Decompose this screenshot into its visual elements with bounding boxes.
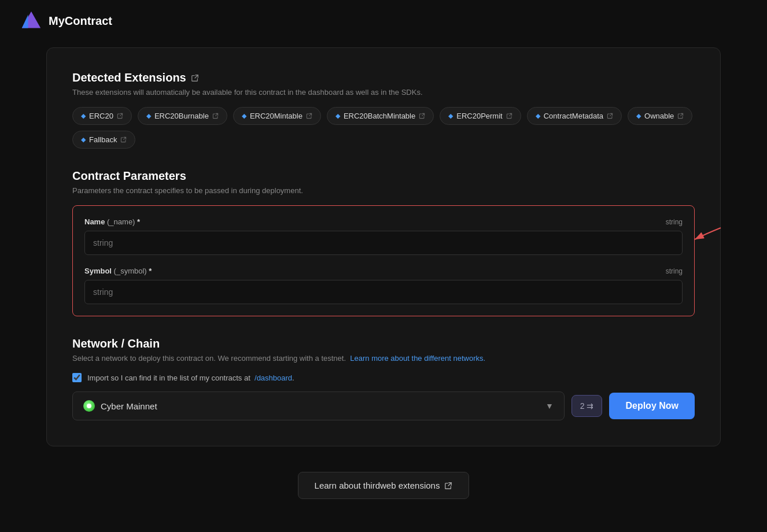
extension-label: ERC20 [89,112,113,120]
external-link-icon [607,113,613,119]
extension-badge[interactable]: ◆ ERC20Mintable [233,107,321,125]
contract-parameters-section: Contract Parameters Parameters the contr… [72,169,695,316]
chevron-down-icon: ▼ [545,401,554,411]
deploy-now-button[interactable]: Deploy Now [609,393,695,419]
parameters-box: Name (_name) * string Symbol (_symbol) *… [72,205,695,316]
learn-extensions-button[interactable]: Learn about thirdweb extensions [298,472,470,499]
network-title: Network / Chain [72,337,695,350]
external-link-icon [677,113,684,119]
extensions-subtitle: These extensions will automatically be a… [72,88,695,97]
external-link-icon [117,113,123,119]
symbol-type: string [666,267,683,275]
parameters-title: Contract Parameters [72,169,695,183]
extension-label: ERC20BatchMintable [344,112,415,120]
diamond-icon: ◆ [146,112,151,120]
extensions-title: Detected Extensions [72,71,695,84]
extension-badge[interactable]: ◆ Ownable [628,107,692,125]
step-badge: 2 ⇉ [571,395,603,417]
name-type: string [666,218,683,226]
symbol-param-name: (_symbol) [114,267,147,275]
network-subtitle: Select a network to deploy this contract… [72,354,695,363]
import-checkbox[interactable] [72,373,82,382]
app-title: MyContract [49,14,112,28]
extensions-grid: ◆ ERC20 ◆ ERC20Burnable ◆ ERC20Mintable [72,107,695,149]
extension-label: ERC20Mintable [250,112,303,120]
learn-networks-link[interactable]: Learn more about the different networks. [350,354,485,363]
network-name: Cyber Mainnet [101,401,157,411]
diamond-icon: ◆ [536,112,540,120]
extension-label: Fallback [89,135,117,144]
extension-badge[interactable]: ◆ ERC20BatchMintable [327,107,434,125]
symbol-required: * [149,267,152,275]
dashboard-link[interactable]: /dashboard [255,374,292,382]
diamond-icon: ◆ [81,112,86,120]
symbol-param-field: Symbol (_symbol) * string [84,267,683,304]
step-label: 2 ⇉ [580,401,594,411]
extension-label: ERC20Burnable [154,112,209,120]
external-link-icon [212,113,219,119]
diamond-icon: ◆ [242,112,246,120]
external-link-icon-footer [444,482,452,490]
header: MyContract [0,0,767,42]
learn-button-label: Learn about thirdweb extensions [315,481,440,490]
import-checkbox-row: Import so I can find it in the list of m… [72,373,695,382]
network-row: Cyber Mainnet ▼ 2 ⇉ Deploy Now [72,391,695,420]
diamond-icon: ◆ [636,112,641,120]
name-required: * [137,217,140,226]
diamond-icon: ◆ [81,136,86,143]
extension-badge[interactable]: ◆ ERC20 [72,107,132,125]
extension-label: ContractMetadata [544,112,603,120]
network-section: Network / Chain Select a network to depl… [72,337,695,420]
extension-badge[interactable]: ◆ Fallback [72,131,135,149]
external-link-icon [120,136,127,143]
footer: Learn about thirdweb extensions [46,472,721,522]
external-link-icon [306,113,312,119]
name-param-name: (_name) [107,217,135,226]
name-label: Name (_name) * [84,217,140,226]
extension-badge[interactable]: ◆ ERC20Permit [440,107,521,125]
diamond-icon: ◆ [335,112,340,120]
network-selector[interactable]: Cyber Mainnet ▼ [72,391,565,420]
main-card: Detected Extensions These extensions wil… [46,47,721,446]
name-param-field: Name (_name) * string [84,217,683,255]
symbol-label: Symbol (_symbol) * [84,267,152,275]
extension-label: ERC20Permit [456,112,502,120]
name-input[interactable] [84,231,683,255]
extensions-section: Detected Extensions These extensions wil… [72,71,695,149]
external-link-icon [506,113,512,119]
network-select-wrapper: Cyber Mainnet ▼ [72,391,565,420]
main-content: Detected Extensions These extensions wil… [0,47,767,522]
svg-marker-1 [22,14,28,28]
external-link-icon [191,74,199,82]
import-label[interactable]: Import so I can find it in the list of m… [87,374,294,382]
extension-badge[interactable]: ◆ ERC20Burnable [138,107,227,125]
extension-label: Ownable [644,112,674,120]
diamond-icon: ◆ [448,112,453,120]
extension-badge[interactable]: ◆ ContractMetadata [527,107,622,125]
parameters-subtitle: Parameters the contract specifies to be … [72,186,695,195]
symbol-input[interactable] [84,280,683,304]
network-status-dot [83,400,95,412]
logo-icon [21,10,42,31]
external-link-icon [419,113,425,119]
